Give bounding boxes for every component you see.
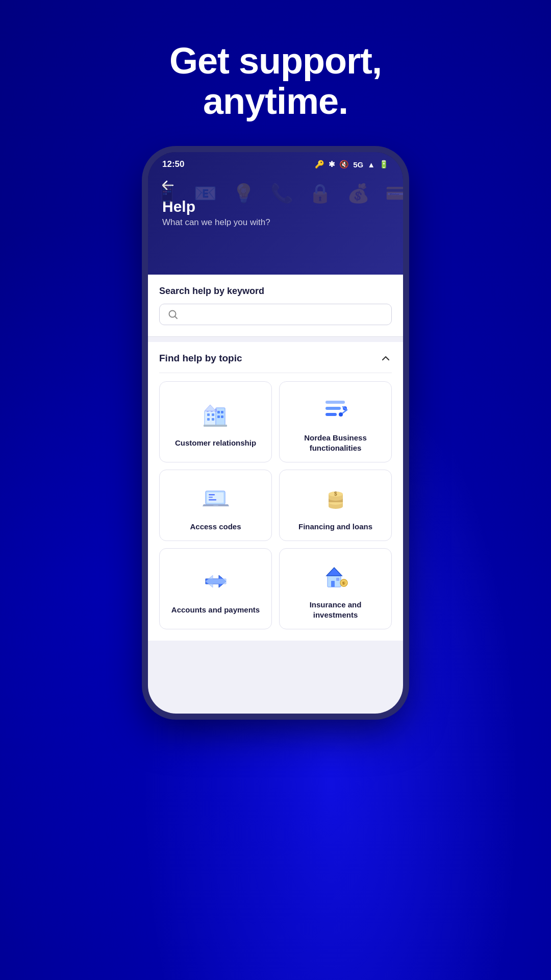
hero-headline: Get support, anytime. [129, 41, 422, 121]
key-icon: 🔑 [315, 160, 324, 169]
battery-icon: 🔋 [379, 160, 389, 169]
topic-card-access-codes[interactable]: Access codes [159, 470, 272, 541]
bluetooth-icon: ✱ [329, 160, 335, 169]
phone-content: Search help by keyword Find help by topi… [148, 275, 403, 714]
status-bar: 12:50 🔑 ✱ 🔇 5G ▲ 🔋 [148, 152, 403, 174]
signal-icon: ▲ [367, 160, 375, 169]
coins-icon: $ [319, 482, 352, 514]
topic-label-financing-loans: Financing and loans [298, 522, 372, 532]
status-time: 12:50 [162, 159, 184, 169]
topics-title: Find help by topic [159, 353, 242, 364]
svg-rect-1 [205, 411, 216, 425]
svg-rect-11 [221, 411, 223, 413]
svg-rect-38 [336, 578, 339, 581]
header-title: Help [162, 198, 389, 215]
topic-grid: Customer relationship [159, 381, 392, 629]
topic-card-nordea-business[interactable]: Nordea Business functionalities [279, 381, 392, 462]
search-input[interactable] [183, 310, 383, 319]
svg-rect-9 [212, 418, 214, 421]
building-icon [199, 398, 232, 431]
back-button[interactable] [148, 174, 403, 196]
svg-rect-2 [216, 408, 225, 425]
svg-text:$: $ [342, 581, 345, 585]
svg-marker-14 [205, 405, 216, 411]
topic-label-customer-relationship: Customer relationship [175, 438, 256, 448]
svg-rect-7 [212, 413, 214, 416]
hero-line1: Get support, [169, 40, 382, 81]
search-input-wrapper[interactable] [159, 304, 392, 325]
topic-label-access-codes: Access codes [190, 522, 241, 532]
svg-rect-15 [204, 425, 227, 427]
svg-rect-13 [221, 415, 223, 418]
topic-card-customer-relationship[interactable]: Customer relationship [159, 381, 272, 462]
svg-text:$: $ [334, 491, 337, 497]
svg-rect-17 [325, 407, 341, 410]
topic-label-nordea-business: Nordea Business functionalities [287, 433, 384, 453]
topics-section: Find help by topic [148, 342, 403, 641]
svg-rect-6 [207, 413, 210, 416]
topic-card-financing-loans[interactable]: $ Financing and loans [279, 470, 392, 541]
search-icon [168, 309, 178, 320]
hero-line2: anytime. [203, 81, 348, 121]
mute-icon: 🔇 [339, 160, 349, 169]
status-icons: 🔑 ✱ 🔇 5G ▲ 🔋 [315, 160, 389, 169]
svg-rect-26 [213, 505, 218, 506]
header-content: Help What can we help you with? [148, 196, 403, 238]
svg-rect-10 [217, 411, 220, 413]
svg-rect-25 [209, 499, 216, 501]
svg-rect-16 [325, 401, 345, 404]
svg-rect-37 [331, 581, 335, 587]
svg-rect-12 [217, 415, 220, 418]
svg-rect-18 [325, 413, 337, 416]
search-section-label: Search help by keyword [159, 286, 392, 297]
5g-label: 5G [353, 160, 363, 169]
topics-header: Find help by topic [159, 342, 392, 373]
svg-rect-8 [207, 418, 210, 421]
house-icon: $ [319, 560, 352, 593]
svg-rect-23 [209, 494, 215, 496]
phone-header: 12:50 🔑 ✱ 🔇 5G ▲ 🔋 Help What can we help… [148, 152, 403, 275]
search-section: Search help by keyword [148, 275, 403, 337]
topic-label-insurance-investments: Insurance and investments [287, 600, 384, 620]
waves-icon [319, 393, 352, 426]
header-subtitle: What can we help you with? [162, 217, 389, 228]
topic-label-accounts-payments: Accounts and payments [171, 605, 260, 615]
arrows-icon [199, 565, 232, 598]
phone-mockup: 12:50 🔑 ✱ 🔇 5G ▲ 🔋 Help What can we help… [148, 152, 403, 714]
chevron-up-icon[interactable] [380, 352, 392, 364]
svg-rect-24 [209, 497, 213, 498]
topic-card-insurance-investments[interactable]: $ Insurance and investments [279, 548, 392, 629]
laptop-icon [199, 482, 232, 514]
topic-card-accounts-payments[interactable]: Accounts and payments [159, 548, 272, 629]
svg-marker-36 [327, 568, 342, 576]
